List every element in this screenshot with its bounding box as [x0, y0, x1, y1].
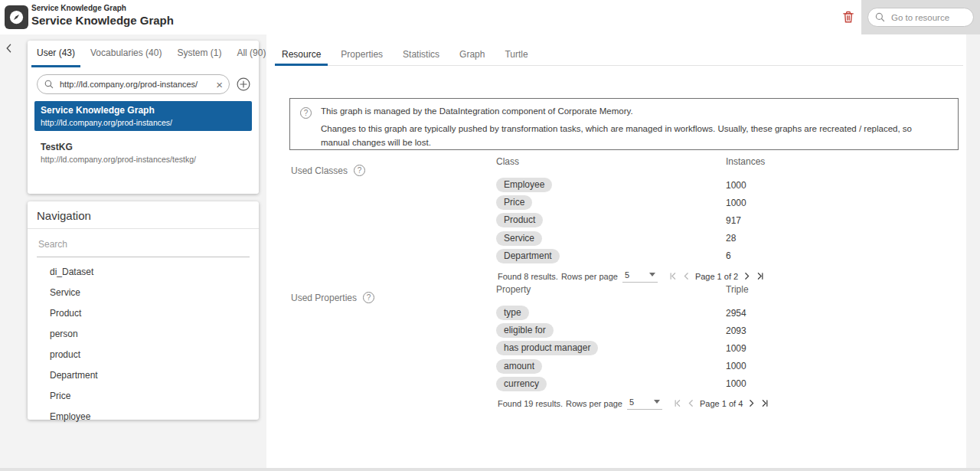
search-icon [44, 79, 54, 90]
nav-item-product-lower[interactable]: product [28, 345, 259, 365]
pager: Page 1 of 4 [671, 397, 771, 410]
table-row: amount 1000 [496, 358, 787, 375]
plus-circle-icon [236, 77, 251, 92]
property-chip[interactable]: amount [496, 359, 542, 374]
instance-count: 28 [726, 233, 787, 244]
used-classes-label: Used Classes ? [291, 165, 365, 176]
table-row: currency 1000 [496, 375, 787, 393]
navigation-search-input[interactable] [37, 238, 250, 250]
property-chip[interactable]: type [496, 306, 529, 320]
next-page-button[interactable] [745, 397, 758, 410]
rows-per-page-value: 5 [629, 397, 634, 407]
tab-properties[interactable]: Properties [334, 45, 390, 66]
rows-per-page-select[interactable]: 5 [627, 397, 662, 410]
tab-user[interactable]: User (43) [31, 41, 80, 67]
class-chip[interactable]: Department [496, 249, 560, 263]
trash-icon [841, 9, 858, 25]
search-icon [874, 11, 886, 23]
navigation-card: Navigation di_Dataset Service Product pe… [28, 201, 259, 420]
table-row: Employee 1000 [496, 176, 787, 194]
first-page-button[interactable] [667, 270, 680, 283]
column-header-class: Class [496, 156, 726, 176]
triple-count: 2093 [726, 325, 787, 336]
class-chip[interactable]: Product [496, 213, 543, 227]
info-box-line2: Changes to this graph are typically push… [321, 122, 942, 150]
table-row: eligible for 2093 [496, 322, 787, 339]
graph-result-item[interactable]: Service Knowledge Graph http://ld.compan… [34, 101, 252, 131]
previous-page-button[interactable] [684, 397, 697, 410]
resource-tabs: Resource Properties Statistics Graph Tur… [275, 45, 541, 66]
used-classes-pagination: Found 8 results. Rows per page 5 Page 1 … [498, 270, 766, 283]
used-classes-table: Class Instances Employee 1000 Price 1000… [496, 156, 787, 265]
delete-graph-button[interactable] [841, 8, 858, 25]
page-indicator: Page 1 of 2 [695, 272, 738, 281]
table-row: Product 917 [496, 211, 787, 229]
property-chip[interactable]: currency [496, 377, 547, 391]
info-box-line1: This graph is managed by the DataIntegra… [321, 106, 942, 116]
nav-item-service[interactable]: Service [28, 283, 259, 303]
graph-result-uri: http://ld.company.org/prod-instances/ [41, 118, 246, 127]
graph-result-item[interactable]: TestKG http://ld.company.org/prod-instan… [34, 138, 252, 168]
graph-list-card: User (43) Vocabularies (40) System (1) A… [28, 41, 259, 194]
graph-result-title: Service Knowledge Graph [41, 105, 246, 116]
scroll-gutter [966, 34, 980, 471]
class-chip[interactable]: Service [496, 231, 542, 246]
rows-per-page-select[interactable]: 5 [622, 270, 658, 283]
nav-item-price[interactable]: Price [28, 386, 259, 407]
tab-all[interactable]: All (90) [231, 41, 271, 67]
instance-count: 1000 [726, 198, 787, 208]
used-properties-table: Property Triple type 2954 eligible for 2… [496, 284, 787, 393]
nav-item-employee[interactable]: Employee [28, 407, 259, 427]
tab-vocabularies[interactable]: Vocabularies (40) [85, 41, 167, 67]
column-header-triple: Triple [726, 284, 787, 304]
table-row: type 2954 [496, 304, 787, 322]
app-header: Service Knowledge Graph Service Knowledg… [0, 0, 980, 34]
graph-search-row: × [37, 74, 251, 94]
tab-graph[interactable]: Graph [452, 45, 492, 66]
nav-item-department[interactable]: Department [28, 365, 259, 386]
graph-result-list: Service Knowledge Graph http://ld.compan… [28, 101, 259, 168]
collapse-sidebar-button[interactable] [3, 41, 18, 56]
column-header-instances: Instances [726, 156, 787, 176]
tab-system[interactable]: System (1) [172, 41, 227, 67]
caret-down-icon [649, 273, 655, 276]
graph-result-title: TestKG [41, 142, 246, 152]
resource-search-input[interactable] [890, 12, 967, 23]
pager: Page 1 of 2 [667, 270, 766, 283]
class-chip[interactable]: Employee [496, 178, 552, 192]
last-page-button[interactable] [753, 270, 766, 283]
next-page-button[interactable] [740, 270, 753, 283]
property-chip[interactable]: has product manager [496, 341, 598, 355]
rows-per-page-label: Rows per page [561, 272, 618, 281]
graph-search-input[interactable] [58, 79, 211, 90]
table-row: Department 6 [496, 247, 787, 265]
app-logo[interactable] [5, 5, 28, 29]
page-title: Service Knowledge Graph [31, 14, 174, 27]
tab-resource[interactable]: Resource [275, 45, 328, 66]
graph-result-uri: http://ld.company.org/prod-instances/tes… [41, 155, 246, 164]
used-classes-label-text: Used Classes [291, 165, 348, 176]
nav-item-di-dataset[interactable]: di_Dataset [28, 262, 259, 283]
table-row: has product manager 1009 [496, 339, 787, 357]
previous-page-button[interactable] [680, 270, 693, 283]
chevron-left-icon [3, 42, 18, 54]
nav-item-product[interactable]: Product [28, 303, 259, 324]
used-properties-label-text: Used Properties [291, 293, 357, 303]
first-page-button[interactable] [671, 397, 684, 410]
tab-turtle[interactable]: Turtle [498, 45, 534, 66]
used-properties-label: Used Properties ? [291, 292, 374, 303]
clear-icon[interactable]: × [215, 79, 224, 90]
instance-count: 917 [726, 215, 787, 226]
help-icon[interactable]: ? [354, 165, 365, 176]
help-icon: ? [300, 107, 312, 119]
last-page-button[interactable] [758, 397, 771, 410]
used-properties-pagination: Found 19 results. Rows per page 5 Page 1… [498, 397, 771, 410]
tab-statistics[interactable]: Statistics [396, 45, 446, 66]
property-chip[interactable]: eligible for [496, 323, 554, 338]
add-graph-button[interactable] [236, 77, 251, 92]
class-chip[interactable]: Price [496, 195, 532, 210]
app-subtitle: Service Knowledge Graph [31, 4, 174, 12]
results-summary: Found 8 results. [498, 272, 558, 281]
nav-item-person[interactable]: person [28, 324, 259, 345]
help-icon[interactable]: ? [363, 292, 374, 303]
